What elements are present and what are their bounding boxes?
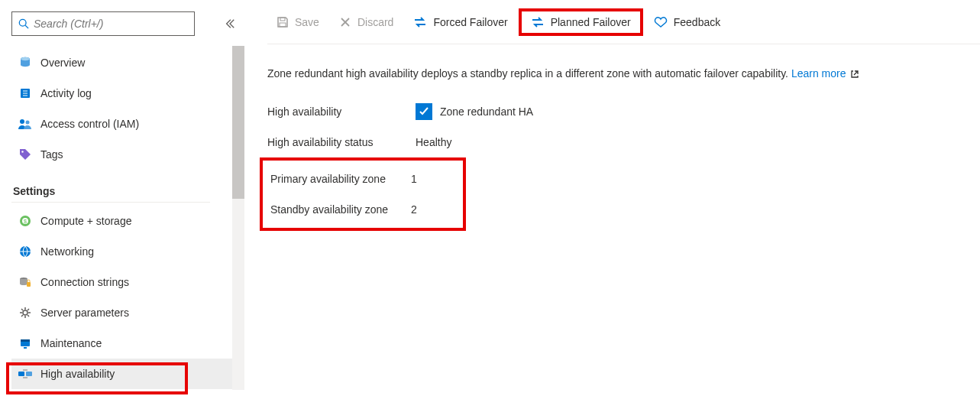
form-label: Primary availability zone	[270, 173, 411, 185]
discard-button[interactable]: Discard	[330, 11, 403, 33]
sidebar: Overview Activity log Access control (IA…	[0, 0, 244, 396]
failover-icon	[531, 16, 545, 28]
failover-icon	[413, 16, 427, 28]
sidebar-item-server-parameters[interactable]: Server parameters	[11, 297, 218, 328]
svg-rect-22	[18, 372, 24, 376]
annotation-highlight: Primary availability zone 1 Standby avai…	[260, 157, 466, 231]
svg-rect-23	[26, 372, 32, 376]
sidebar-item-label: Maintenance	[40, 337, 102, 349]
toolbar-label: Save	[295, 16, 319, 28]
description-text: Zone redundant high availability deploys…	[267, 67, 980, 80]
form-label: Standby availability zone	[270, 203, 411, 216]
search-icon	[18, 18, 29, 29]
svg-point-8	[20, 119, 24, 124]
maintenance-icon	[18, 336, 33, 351]
sidebar-item-label: Connection strings	[40, 276, 129, 288]
standby-zone-row: Standby availability zone 2	[270, 194, 463, 225]
activity-log-icon	[18, 86, 33, 101]
feedback-button[interactable]: Feedback	[645, 11, 729, 33]
sidebar-item-overview[interactable]: Overview	[11, 47, 218, 78]
zone-redundant-checkbox[interactable]	[416, 103, 432, 120]
settings-header: Settings	[11, 170, 210, 203]
forced-failover-button[interactable]: Forced Failover	[404, 11, 516, 33]
toolbar-label: Discard	[357, 16, 393, 28]
svg-point-0	[19, 19, 26, 26]
svg-rect-20	[21, 339, 30, 342]
form-label: High availability	[267, 105, 416, 118]
search-input[interactable]	[34, 18, 188, 30]
sidebar-item-connection-strings[interactable]: Connection strings	[11, 267, 218, 297]
svg-point-18	[23, 310, 27, 315]
sidebar-scrollbar[interactable]	[232, 46, 244, 390]
toolbar-label: Feedback	[674, 16, 720, 28]
svg-line-1	[25, 25, 28, 28]
sidebar-item-label: Access control (IAM)	[40, 118, 139, 130]
svg-point-3	[21, 57, 30, 60]
sidebar-item-compute-storage[interactable]: $ Compute + storage	[11, 206, 218, 236]
sidebar-item-access-control[interactable]: Access control (IAM)	[11, 109, 218, 139]
svg-text:$: $	[24, 219, 27, 224]
sidebar-item-label: Networking	[40, 245, 94, 258]
toolbar-label: Planned Failover	[551, 16, 631, 28]
networking-icon	[18, 244, 33, 259]
form-value: 2	[411, 203, 417, 216]
discard-icon	[339, 16, 351, 28]
save-button[interactable]: Save	[267, 11, 328, 33]
sidebar-item-activity-log[interactable]: Activity log	[11, 78, 218, 109]
sidebar-item-tags[interactable]: Tags	[11, 139, 218, 170]
overview-icon	[18, 55, 33, 70]
connection-strings-icon	[18, 274, 33, 290]
toolbar: Save Discard Forced Failover Planned Fai…	[267, 0, 980, 44]
sidebar-item-label: Activity log	[40, 87, 92, 99]
scrollbar-thumb[interactable]	[232, 46, 244, 199]
access-control-icon	[18, 116, 33, 131]
collapse-sidebar-button[interactable]	[225, 18, 235, 29]
sidebar-item-label: Server parameters	[40, 307, 129, 319]
svg-point-10	[21, 151, 23, 152]
high-availability-icon	[18, 366, 33, 381]
sidebar-item-label: Compute + storage	[40, 215, 131, 227]
checkbox-label: Zone redundant HA	[440, 105, 533, 118]
external-link-icon	[850, 70, 859, 79]
search-box[interactable]	[11, 11, 195, 36]
ha-status-row: High availability status Healthy	[267, 127, 980, 157]
save-icon	[277, 16, 289, 28]
form-value: Healthy	[416, 136, 451, 148]
server-parameters-icon	[18, 305, 33, 320]
tags-icon	[18, 147, 33, 162]
sidebar-item-high-availability[interactable]: High availability	[11, 359, 237, 389]
sidebar-item-label: Overview	[40, 57, 85, 69]
ha-enabled-row: High availability Zone redundant HA	[267, 96, 980, 127]
sidebar-item-maintenance[interactable]: Maintenance	[11, 328, 218, 359]
toolbar-label: Forced Failover	[433, 16, 507, 28]
svg-point-9	[26, 121, 30, 125]
learn-more-link[interactable]: Learn more	[791, 67, 859, 80]
form-label: High availability status	[267, 136, 416, 148]
feedback-icon	[654, 16, 668, 28]
sidebar-item-label: Tags	[40, 148, 63, 161]
primary-zone-row: Primary availability zone 1	[270, 164, 463, 194]
form-value: 1	[411, 173, 417, 185]
compute-storage-icon: $	[18, 213, 33, 229]
planned-failover-button[interactable]: Planned Failover	[519, 8, 643, 36]
sidebar-item-label: High availability	[40, 368, 115, 380]
sidebar-item-networking[interactable]: Networking	[11, 236, 218, 267]
main-content: Save Discard Forced Failover Planned Fai…	[244, 0, 980, 396]
